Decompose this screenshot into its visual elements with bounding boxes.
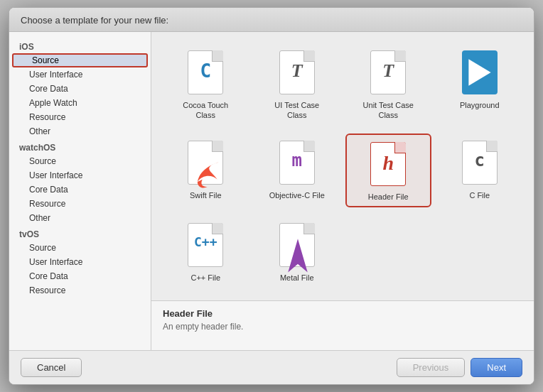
sidebar: iOS Source User Interface Core Data Appl…: [9, 32, 151, 350]
sidebar-item-watchos-user-interface[interactable]: User Interface: [9, 168, 151, 183]
ui-test-icon: T: [276, 48, 318, 97]
footer: Cancel Previous Next: [9, 350, 534, 384]
sidebar-item-ios-core-data[interactable]: Core Data: [9, 82, 151, 96]
sidebar-item-watchos-core-data[interactable]: Core Data: [9, 183, 151, 197]
sidebar-item-ios-apple-watch[interactable]: Apple Watch: [9, 96, 151, 110]
ui-test-label: UI Test CaseClass: [274, 100, 319, 121]
header-icon: h: [367, 139, 409, 189]
swift-icon: [184, 138, 227, 187]
objc-icon: m: [276, 138, 318, 187]
c-file-icon: c: [458, 138, 501, 187]
template-metal-file[interactable]: Metal File: [254, 216, 340, 287]
template-ui-test-case[interactable]: T UI Test CaseClass: [254, 43, 340, 125]
window-title: Choose a template for your new file:: [9, 8, 534, 32]
sidebar-item-watchos-resource[interactable]: Resource: [9, 197, 151, 211]
c-file-label: C File: [469, 190, 490, 200]
sidebar-item-tvos-user-interface[interactable]: User Interface: [9, 255, 151, 269]
sidebar-item-ios-resource[interactable]: Resource: [9, 110, 151, 124]
header-label: Header File: [368, 192, 409, 202]
metal-icon: [276, 220, 318, 270]
template-swift-file[interactable]: Swift File: [163, 134, 249, 207]
sidebar-item-ios-other[interactable]: Other: [9, 124, 151, 138]
cpp-label: C++ File: [190, 273, 220, 283]
sidebar-item-watchos-other[interactable]: Other: [9, 211, 151, 225]
template-header-file[interactable]: h Header File: [345, 134, 431, 207]
sidebar-section-ios: iOS: [9, 38, 151, 53]
cancel-button[interactable]: Cancel: [21, 358, 82, 377]
template-grid: C Cocoa TouchClass T UI Test CaseCla: [151, 32, 534, 300]
svg-marker-0: [468, 59, 490, 86]
footer-nav: Previous Next: [397, 358, 522, 377]
cpp-icon: C++: [184, 220, 227, 270]
info-description: An empty header file.: [163, 322, 522, 332]
sidebar-section-tvos: tvOS: [9, 225, 151, 241]
sidebar-section-watchos: watchOS: [9, 138, 151, 154]
sidebar-item-watchos-source[interactable]: Source: [9, 154, 151, 168]
cocoa-touch-icon: C: [184, 48, 227, 97]
sidebar-item-ios-source[interactable]: Source: [12, 53, 148, 67]
template-unit-test-case[interactable]: T Unit Test CaseClass: [345, 43, 431, 125]
objc-label: Objective-C File: [269, 190, 325, 200]
sidebar-item-tvos-source[interactable]: Source: [9, 241, 151, 255]
info-title: Header File: [163, 308, 522, 319]
content-area: C Cocoa TouchClass T UI Test CaseCla: [151, 32, 534, 350]
main-window: Choose a template for your new file: iOS…: [9, 7, 534, 385]
template-cocoa-touch-class[interactable]: C Cocoa TouchClass: [163, 43, 249, 125]
unit-test-icon: T: [367, 48, 409, 97]
sidebar-item-tvos-resource[interactable]: Resource: [9, 283, 151, 298]
unit-test-label: Unit Test CaseClass: [363, 100, 414, 121]
template-objc-file[interactable]: m Objective-C File: [254, 134, 340, 207]
window-body: iOS Source User Interface Core Data Appl…: [9, 32, 534, 350]
info-panel: Header File An empty header file.: [151, 300, 534, 350]
sidebar-item-ios-user-interface[interactable]: User Interface: [9, 67, 151, 82]
playground-icon: [458, 48, 501, 97]
template-cpp-file[interactable]: C++ C++ File: [163, 216, 249, 287]
sidebar-item-tvos-core-data[interactable]: Core Data: [9, 269, 151, 283]
playground-label: Playground: [460, 100, 500, 110]
template-playground[interactable]: Playground: [437, 43, 523, 125]
next-button[interactable]: Next: [471, 358, 522, 377]
cocoa-touch-label: Cocoa TouchClass: [183, 100, 228, 121]
template-c-file[interactable]: c C File: [437, 134, 523, 207]
previous-button[interactable]: Previous: [397, 358, 466, 377]
